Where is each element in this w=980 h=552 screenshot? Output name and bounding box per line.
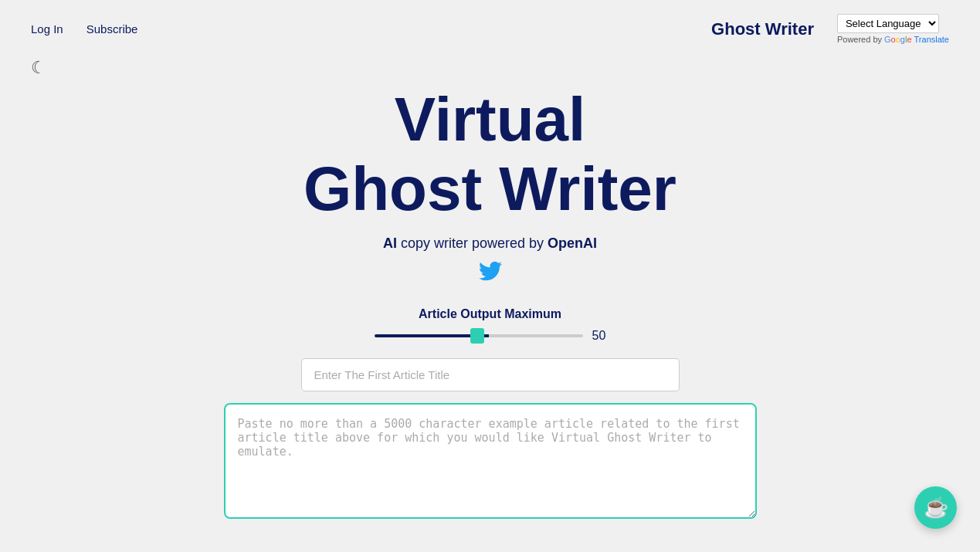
translate-link[interactable]: Translate — [914, 35, 949, 44]
twitter-icon[interactable] — [479, 259, 502, 288]
header-left: Log In Subscribe — [31, 22, 137, 36]
dark-mode-toggle[interactable]: ☾ — [31, 58, 46, 78]
powered-by: Powered by Google Translate — [837, 35, 949, 44]
login-link[interactable]: Log In — [31, 22, 63, 36]
coffee-button[interactable]: ☕ — [914, 486, 957, 529]
article-title-input[interactable] — [301, 358, 680, 391]
header-right: Ghost Writer Select Language Powered by … — [711, 14, 949, 44]
slider-value: 50 — [592, 329, 606, 343]
main-content: Virtual Ghost Writer AI copy writer powe… — [0, 58, 980, 519]
output-slider[interactable] — [375, 334, 583, 337]
slider-row: 50 — [375, 329, 606, 343]
language-select[interactable]: Select Language — [837, 14, 939, 33]
header: Log In Subscribe Ghost Writer Select Lan… — [0, 0, 980, 58]
subtitle-openai: OpenAI — [548, 235, 597, 251]
article-body-textarea[interactable] — [224, 403, 757, 519]
brand-name: Ghost Writer — [711, 19, 814, 39]
translate-container: Select Language Powered by Google Transl… — [837, 14, 949, 44]
title-virtual: Virtual — [395, 89, 586, 151]
slider-section: Article Output Maximum 50 — [0, 307, 980, 343]
title-ghost-writer: Ghost Writer — [303, 158, 677, 220]
subtitle-ai: AI — [383, 235, 397, 251]
powered-by-text: Powered by — [837, 35, 882, 44]
subscribe-link[interactable]: Subscribe — [86, 22, 138, 36]
subtitle: AI copy writer powered by OpenAI — [383, 235, 597, 252]
google-logo: Google — [884, 35, 912, 44]
slider-label: Article Output Maximum — [419, 307, 561, 321]
